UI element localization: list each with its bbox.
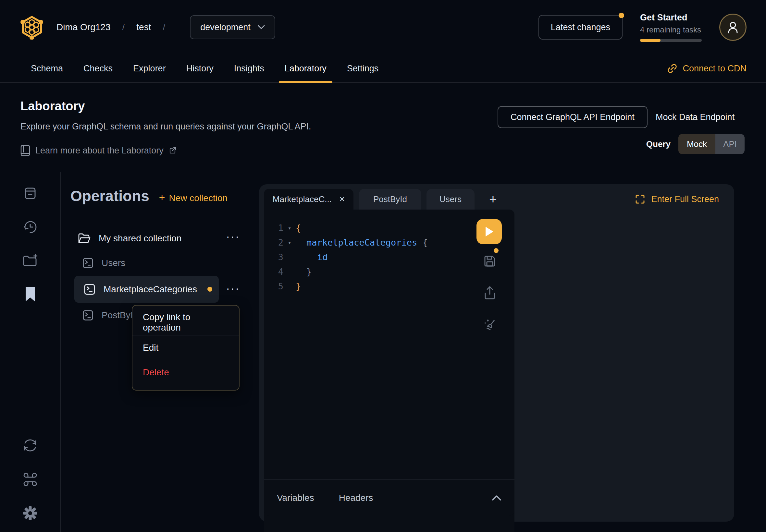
tab-checks[interactable]: Checks (83, 54, 113, 82)
menu-item-copy-link[interactable]: Copy link to operation (132, 310, 239, 335)
settings-button[interactable] (0, 505, 60, 521)
breadcrumb: Dima Org123 / test / (56, 22, 177, 32)
page-head: Laboratory Explore your GraphQL schema a… (20, 99, 311, 156)
broom-sparkle-icon (482, 317, 497, 333)
laboratory-editor-panel: MarketplaceC... × PostById Users + Enter… (259, 184, 734, 522)
person-icon (727, 21, 739, 34)
tab-settings[interactable]: Settings (347, 54, 379, 82)
share-upload-icon (483, 285, 497, 300)
code-token: id (296, 252, 328, 262)
header-right-group: Latest changes Get Started 4 remaining t… (539, 13, 747, 42)
prettify-query-button[interactable] (482, 317, 497, 332)
editor-tab-marketplacecategories[interactable]: MarketplaceC... × (264, 189, 353, 210)
tab-laboratory[interactable]: Laboratory (285, 54, 326, 82)
operations-title: Operations (70, 187, 149, 205)
enter-fullscreen-button[interactable]: Enter Full Screen (635, 189, 719, 210)
learn-more-label: Learn more about the Laboratory (35, 146, 164, 156)
menu-item-delete[interactable]: Delete (132, 360, 239, 385)
collection-row[interactable]: My shared collection (78, 229, 181, 248)
new-collection-button[interactable]: + New collection (159, 192, 227, 204)
headers-tab[interactable]: Headers (339, 493, 373, 503)
code-token: { (417, 237, 428, 248)
connect-graphql-endpoint-button[interactable]: Connect GraphQL API Endpoint (498, 106, 648, 128)
request-settings-bar: Variables Headers (264, 479, 515, 516)
tab-label: Schema (31, 64, 63, 74)
sync-button[interactable] (0, 438, 60, 453)
operation-label: Users (102, 258, 125, 268)
code-token: } (296, 267, 311, 277)
tab-explorer[interactable]: Explorer (133, 54, 166, 82)
code-token: marketplaceCategories (296, 237, 417, 248)
variant-dropdown[interactable]: development (190, 15, 275, 39)
code-line: 4 } (264, 264, 515, 279)
line-number: 1 (264, 223, 283, 233)
latest-changes-button[interactable]: Latest changes (539, 15, 623, 40)
saved-operations-button[interactable] (0, 185, 60, 201)
history-clock-icon (22, 219, 38, 235)
fold-arrow-icon[interactable]: ▾ (283, 239, 296, 246)
tab-label: Checks (83, 64, 113, 74)
unsaved-indicator-dot (207, 287, 212, 292)
user-avatar[interactable] (719, 14, 747, 41)
code-token: } (296, 281, 301, 291)
get-started-progress-fill (640, 39, 661, 42)
unsaved-indicator-dot (494, 248, 499, 253)
close-tab-icon[interactable]: × (339, 195, 345, 204)
variables-tab[interactable]: Variables (277, 493, 314, 503)
tab-label: Settings (347, 64, 379, 74)
run-query-button[interactable] (477, 219, 502, 244)
menu-item-edit[interactable]: Edit (132, 335, 239, 360)
line-number: 5 (264, 281, 283, 291)
tab-label: Insights (234, 64, 264, 74)
fullscreen-icon (635, 194, 645, 204)
operation-row-marketplacecategories[interactable]: MarketplaceCategories (74, 276, 219, 303)
open-folder-icon (78, 233, 91, 244)
connect-to-cdn-link[interactable]: Connect to CDN (667, 63, 747, 74)
share-operation-button[interactable] (482, 285, 497, 300)
mode-segmented-control: Mock API (678, 134, 745, 154)
tab-history[interactable]: History (186, 54, 213, 82)
cdn-link-label: Connect to CDN (683, 64, 747, 74)
history-button[interactable] (0, 219, 60, 235)
shortcuts-button[interactable] (0, 471, 60, 488)
new-collection-rail-button[interactable] (0, 253, 60, 268)
collapse-panel-button[interactable] (492, 495, 502, 501)
get-started-subtitle: 4 remaining tasks (640, 25, 702, 34)
mode-api-option[interactable]: API (715, 134, 745, 154)
plus-icon: + (159, 192, 165, 204)
breadcrumb-graph[interactable]: test (136, 22, 151, 32)
operation-menu-button[interactable]: ··· (223, 285, 243, 291)
breadcrumb-org[interactable]: Dima Org123 (56, 22, 111, 32)
rail-divider (60, 172, 61, 532)
bookmarks-button[interactable] (0, 286, 60, 302)
editor-tab-postbyid[interactable]: PostById (359, 189, 421, 210)
page-title: Laboratory (20, 99, 311, 113)
operation-icon (83, 283, 96, 296)
collection-menu-button[interactable]: ··· (223, 233, 243, 239)
main-nav: Schema Checks Explorer History Insights … (0, 54, 766, 83)
line-number: 3 (264, 252, 283, 262)
fullscreen-label: Enter Full Screen (651, 194, 719, 204)
get-started-widget[interactable]: Get Started 4 remaining tasks (640, 13, 702, 42)
save-operation-button[interactable] (482, 254, 497, 269)
new-collection-label: New collection (169, 193, 228, 203)
tab-insights[interactable]: Insights (234, 54, 264, 82)
editor-tab-label: PostById (373, 194, 407, 204)
sync-icon (22, 438, 38, 453)
fold-arrow-icon[interactable]: ▾ (283, 225, 296, 231)
mock-data-endpoint-button[interactable]: Mock Data Endpoint (656, 106, 735, 128)
mode-mock-option[interactable]: Mock (678, 134, 715, 154)
tab-schema[interactable]: Schema (31, 54, 63, 82)
learn-more-link[interactable]: Learn more about the Laboratory (20, 145, 311, 156)
get-started-title: Get Started (640, 13, 702, 23)
operation-row-users[interactable]: Users (82, 254, 125, 272)
query-label: Query (646, 139, 671, 149)
operation-row-postbyid[interactable]: PostById (82, 306, 138, 324)
get-started-progress-track (640, 39, 702, 42)
notification-dot (619, 13, 624, 18)
code-line: 5 } (264, 279, 515, 294)
operations-header: Operations + New collection (70, 187, 227, 205)
editor-tab-users[interactable]: Users (427, 189, 475, 210)
editor-tab-label: MarketplaceC... (273, 194, 332, 204)
new-tab-button[interactable]: + (483, 189, 503, 210)
